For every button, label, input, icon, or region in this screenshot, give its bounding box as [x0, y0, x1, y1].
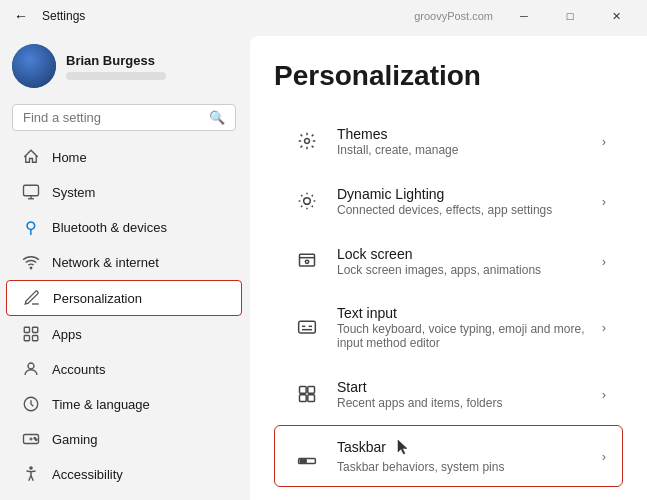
sidebar-item-apps[interactable]: Apps — [6, 317, 242, 351]
search-input[interactable] — [23, 110, 201, 125]
sidebar-item-system-label: System — [52, 185, 95, 200]
svg-point-8 — [28, 363, 34, 369]
themes-icon — [291, 125, 323, 157]
time-icon — [22, 395, 40, 413]
window-controls: ─ □ ✕ — [501, 0, 639, 32]
title-bar-left: ← Settings — [8, 6, 85, 26]
setting-item-lock-screen[interactable]: Lock screen Lock screen images, apps, an… — [274, 232, 623, 290]
svg-rect-26 — [308, 387, 315, 394]
nav-list: Home System ⚲ Bluetooth & devices — [0, 139, 248, 500]
settings-list: Themes Install, create, manage › Dynamic… — [274, 112, 623, 500]
svg-rect-21 — [299, 321, 316, 333]
setting-item-themes[interactable]: Themes Install, create, manage › — [274, 112, 623, 170]
sidebar-item-home[interactable]: Home — [6, 140, 242, 174]
svg-rect-6 — [24, 336, 29, 341]
cursor-icon — [396, 438, 410, 459]
sidebar: Brian Burgess 🔍 Home — [0, 32, 248, 500]
sidebar-item-home-label: Home — [52, 150, 87, 165]
sidebar-item-time-label: Time & language — [52, 397, 150, 412]
dynamic-lighting-desc: Connected devices, effects, app settings — [337, 203, 588, 217]
app-body: Brian Burgess 🔍 Home — [0, 32, 647, 500]
gaming-icon — [22, 430, 40, 448]
title-bar: ← Settings groovyPost.com ─ □ ✕ — [0, 0, 647, 32]
sidebar-item-time[interactable]: Time & language — [6, 387, 242, 421]
text-input-name: Text input — [337, 305, 588, 321]
sidebar-item-personalization[interactable]: Personalization — [6, 280, 242, 316]
user-subtitle — [66, 72, 166, 80]
themes-name: Themes — [337, 126, 588, 142]
sidebar-item-personalization-label: Personalization — [53, 291, 142, 306]
search-box[interactable]: 🔍 — [12, 104, 236, 131]
svg-rect-28 — [308, 395, 315, 402]
themes-text: Themes Install, create, manage — [337, 126, 588, 157]
svg-point-15 — [30, 467, 32, 469]
text-input-desc: Touch keyboard, voice typing, emoji and … — [337, 322, 588, 350]
accessibility-icon — [22, 465, 40, 483]
close-button[interactable]: ✕ — [593, 0, 639, 32]
themes-desc: Install, create, manage — [337, 143, 588, 157]
lock-screen-desc: Lock screen images, apps, animations — [337, 263, 588, 277]
brand-label: groovyPost.com — [414, 10, 493, 22]
sidebar-item-bluetooth[interactable]: ⚲ Bluetooth & devices — [6, 210, 242, 244]
dynamic-lighting-name: Dynamic Lighting — [337, 186, 588, 202]
lock-screen-icon — [291, 245, 323, 277]
taskbar-text: Taskbar Taskbar behaviors, system pins — [337, 438, 588, 474]
sidebar-item-accessibility[interactable]: Accessibility — [6, 457, 242, 491]
dynamic-lighting-chevron: › — [602, 194, 606, 209]
setting-item-start[interactable]: Start Recent apps and items, folders › — [274, 365, 623, 423]
lock-screen-text: Lock screen Lock screen images, apps, an… — [337, 246, 588, 277]
start-desc: Recent apps and items, folders — [337, 396, 588, 410]
sidebar-item-accounts[interactable]: Accounts — [6, 352, 242, 386]
text-input-text: Text input Touch keyboard, voice typing,… — [337, 305, 588, 350]
start-icon — [291, 378, 323, 410]
sidebar-item-gaming-label: Gaming — [52, 432, 98, 447]
svg-rect-31 — [304, 460, 307, 463]
sidebar-item-accessibility-label: Accessibility — [52, 467, 123, 482]
svg-rect-0 — [24, 185, 39, 196]
svg-rect-4 — [24, 327, 29, 332]
setting-item-taskbar[interactable]: Taskbar Taskbar behaviors, system pins › — [274, 425, 623, 487]
sidebar-item-privacy[interactable]: Privacy & security — [6, 492, 242, 500]
dynamic-lighting-icon — [291, 185, 323, 217]
apps-icon — [22, 325, 40, 343]
svg-point-3 — [30, 267, 32, 269]
sidebar-item-bluetooth-label: Bluetooth & devices — [52, 220, 167, 235]
sidebar-item-network[interactable]: Network & internet — [6, 245, 242, 279]
search-icon: 🔍 — [209, 110, 225, 125]
sidebar-item-network-label: Network & internet — [52, 255, 159, 270]
taskbar-chevron: › — [602, 449, 606, 464]
home-icon — [22, 148, 40, 166]
user-name: Brian Burgess — [66, 53, 166, 68]
bluetooth-icon: ⚲ — [22, 218, 40, 236]
dynamic-lighting-text: Dynamic Lighting Connected devices, effe… — [337, 186, 588, 217]
setting-item-fonts[interactable]: A A Fonts Install, manage › — [274, 489, 623, 500]
main-content: Personalization Themes Install, create, … — [250, 36, 647, 500]
start-text: Start Recent apps and items, folders — [337, 379, 588, 410]
avatar — [12, 44, 56, 88]
svg-point-16 — [305, 139, 310, 144]
taskbar-icon — [291, 440, 323, 472]
svg-point-17 — [304, 198, 311, 205]
text-input-icon — [291, 312, 323, 344]
system-icon — [22, 183, 40, 201]
setting-item-dynamic-lighting[interactable]: Dynamic Lighting Connected devices, effe… — [274, 172, 623, 230]
maximize-button[interactable]: □ — [547, 0, 593, 32]
svg-point-14 — [36, 439, 38, 441]
svg-rect-27 — [300, 395, 307, 402]
user-section[interactable]: Brian Burgess — [0, 36, 248, 100]
personalization-icon — [23, 289, 41, 307]
themes-chevron: › — [602, 134, 606, 149]
minimize-button[interactable]: ─ — [501, 0, 547, 32]
setting-item-text-input[interactable]: Text input Touch keyboard, voice typing,… — [274, 292, 623, 363]
svg-rect-30 — [300, 460, 303, 463]
window-title: Settings — [42, 9, 85, 23]
back-icon[interactable]: ← — [8, 6, 34, 26]
sidebar-item-accounts-label: Accounts — [52, 362, 105, 377]
sidebar-item-system[interactable]: System — [6, 175, 242, 209]
sidebar-item-gaming[interactable]: Gaming — [6, 422, 242, 456]
user-info: Brian Burgess — [66, 53, 166, 80]
sidebar-item-apps-label: Apps — [52, 327, 82, 342]
network-icon — [22, 253, 40, 271]
svg-rect-25 — [300, 387, 307, 394]
lock-screen-chevron: › — [602, 254, 606, 269]
